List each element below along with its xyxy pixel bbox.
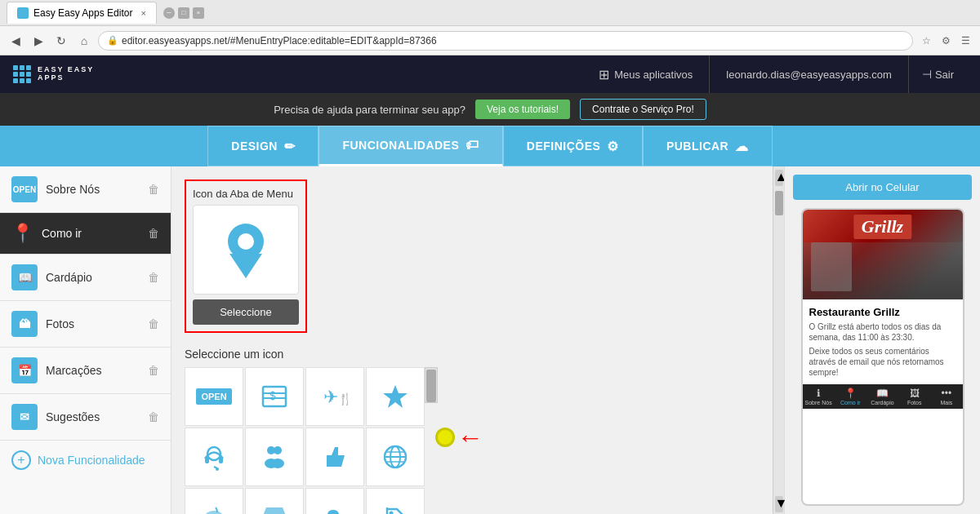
phone-nav-como-ir: 📍 Como ir <box>835 388 866 405</box>
page-scrollbar-thumb <box>775 191 783 215</box>
browser-nav-bar: ◀ ▶ ↻ ⌂ 🔒 editor.easyeasyapps.net/#MenuE… <box>0 26 980 55</box>
phone-nav-fotos: 🖼 Fotos <box>898 388 930 405</box>
icon-cell-people[interactable] <box>245 428 304 486</box>
phone-bottom-nav: ℹ Sobre Nós 📍 Como ir 📖 Cardápio 🖼 Fotos… <box>803 384 963 409</box>
icon-cell-headset[interactable] <box>185 428 243 486</box>
location-pin-icon <box>217 217 274 282</box>
phone-nav-icon-fotos: 🖼 <box>910 388 920 399</box>
fotos-icon: 🏔 <box>11 311 38 337</box>
maximize-btn[interactable]: □ <box>178 7 189 19</box>
logout-btn[interactable]: ⊣ Sair <box>909 55 967 93</box>
sidebar-item-fotos[interactable]: 🏔 Fotos 🗑 <box>0 301 171 348</box>
back-btn[interactable]: ◀ <box>7 32 24 50</box>
logo-grid <box>13 65 31 83</box>
cardapio-label: Cardápio <box>46 271 140 284</box>
settings-icon[interactable]: ⚙ <box>938 33 954 49</box>
sobre-nos-label: Sobre Nós <box>46 183 140 196</box>
forward-btn[interactable]: ▶ <box>29 32 47 50</box>
phone-mockup: Grillz Restaurante Grillz O Grillz está … <box>801 208 964 506</box>
tab-funcionalidades[interactable]: FUNCIONALIDADES 🏷 <box>318 126 502 166</box>
bookmark-icon[interactable]: ☆ <box>918 33 934 49</box>
page-scroll-down[interactable]: ▼ <box>775 496 783 512</box>
svg-marker-2 <box>229 254 262 278</box>
tutorials-btn[interactable]: Veja os tutoriais! <box>475 100 570 119</box>
add-label: Nova Funcionalidade <box>38 454 145 467</box>
icon-cell-globe[interactable] <box>366 428 425 486</box>
icon-grid-section: Seleccione um icon OPEN $ <box>185 348 760 514</box>
sidebar: OPEN Sobre Nós 🗑 📍 Como ir 🗑 📖 Cardápio … <box>0 166 172 514</box>
content-area: Icon da Aba de Menu Seleccione Seleccion… <box>172 166 773 514</box>
banner-text: Precisa de ajuda para terminar seu app? <box>274 104 466 116</box>
my-apps-btn[interactable]: ⊞ Meus aplicativos <box>582 55 710 93</box>
tab-close-btn[interactable]: × <box>140 8 145 18</box>
open-mobile-btn[interactable]: Abrir no Celular <box>793 175 972 200</box>
svg-point-1 <box>238 233 254 250</box>
sidebar-item-cardapio[interactable]: 📖 Cardápio 🗑 <box>0 255 171 301</box>
sugestoes-delete-icon[interactable]: 🗑 <box>148 410 159 423</box>
minimize-btn[interactable]: ─ <box>163 7 175 19</box>
banner: Precisa de ajuda para terminar seu app? … <box>0 93 980 126</box>
cursor-highlight <box>438 430 452 445</box>
tab-design[interactable]: DESIGN ✏ <box>207 126 318 166</box>
tab-publicar[interactable]: PUBLICAR ☁ <box>643 126 773 166</box>
svg-text:🍴: 🍴 <box>338 392 350 406</box>
icon-cell-thumbsup[interactable] <box>305 428 364 486</box>
main-layout: OPEN Sobre Nós 🗑 📍 Como ir 🗑 📖 Cardápio … <box>0 166 980 514</box>
phone-nav-label-sobre-nos: Sobre Nós <box>805 400 832 405</box>
sidebar-item-sobre-nos[interactable]: OPEN Sobre Nós 🗑 <box>0 166 171 213</box>
add-functionality-btn[interactable]: + Nova Funcionalidade <box>0 441 171 480</box>
gear-icon: ⚙ <box>607 139 619 154</box>
svg-point-27 <box>390 512 394 515</box>
icon-cell-plate[interactable] <box>185 488 243 514</box>
sugestoes-label: Sugestões <box>46 410 140 423</box>
sobre-nos-delete-icon[interactable]: 🗑 <box>148 183 159 196</box>
icon-cell-cloud[interactable] <box>305 488 364 514</box>
fotos-label: Fotos <box>46 317 140 330</box>
icon-cell-store[interactable] <box>245 488 304 514</box>
nav-icons: ☆ ⚙ ☰ <box>918 33 973 49</box>
svg-text:$: $ <box>270 389 276 402</box>
select-icon-btn[interactable]: Seleccione <box>193 299 299 325</box>
icon-cell-dollar-list[interactable]: $ <box>245 367 304 426</box>
como-ir-delete-icon[interactable]: 🗑 <box>148 227 159 240</box>
grillz-logo: Grillz <box>853 215 911 239</box>
marcacoes-delete-icon[interactable]: 🗑 <box>148 364 159 377</box>
fotos-delete-icon[interactable]: 🗑 <box>148 317 159 330</box>
phone-nav-label-cardapio: Cardápio <box>871 400 893 405</box>
cardapio-delete-icon[interactable]: 🗑 <box>148 271 159 284</box>
browser-tab[interactable]: Easy Easy Apps Editor × <box>7 2 157 24</box>
home-btn[interactable]: ⌂ <box>75 32 93 50</box>
scrollbar-thumb <box>426 370 436 402</box>
marcacoes-icon: 📅 <box>11 357 38 383</box>
sidebar-item-como-ir[interactable]: 📍 Como ir 🗑 <box>0 213 171 255</box>
como-ir-label: Como ir <box>42 227 140 240</box>
logo-text: EASY EASY APPS <box>38 66 94 82</box>
close-window-btn[interactable]: × <box>193 7 204 19</box>
tab-favicon <box>17 7 29 19</box>
page-scrollbar[interactable]: ▲ ▼ <box>773 166 784 514</box>
header-right: ⊞ Meus aplicativos leonardo.dias@easyeas… <box>582 55 967 93</box>
pro-btn[interactable]: Contrate o Serviço Pro! <box>580 99 706 120</box>
icon-cell-open[interactable]: OPEN <box>185 367 243 426</box>
menu-icon[interactable]: ☰ <box>957 33 973 49</box>
icon-grid-scrollbar[interactable] <box>425 367 438 403</box>
cardapio-icon: 📖 <box>11 264 38 290</box>
icon-cell-star[interactable] <box>366 367 425 426</box>
restaurant-name: Restaurante Grillz <box>809 306 956 318</box>
refresh-btn[interactable]: ↻ <box>52 32 70 50</box>
phone-nav-cardapio: 📖 Cardápio <box>866 388 898 405</box>
phone-nav-icon-mais: ••• <box>942 388 952 399</box>
phone-nav-icon-como-ir: 📍 <box>844 388 857 399</box>
sidebar-item-sugestoes[interactable]: ✉ Sugestões 🗑 <box>0 394 171 441</box>
address-bar[interactable]: 🔒 editor.easyeasyapps.net/#MenuEntryPlac… <box>98 31 913 51</box>
header-email: leonardo.dias@easyeasyapps.com <box>710 55 909 93</box>
tab-def-label: DEFINIÇÕES <box>527 140 601 153</box>
page-scroll-up[interactable]: ▲ <box>775 170 783 186</box>
icon-cell-tag[interactable] <box>366 488 425 514</box>
add-circle-icon: + <box>11 450 31 470</box>
phone-nav-sobre-nos: ℹ Sobre Nós <box>803 388 835 405</box>
icon-cell-plane-fork[interactable]: ✈ 🍴 <box>305 367 364 426</box>
phone-nav-mais: ••• Mais <box>930 388 962 405</box>
sidebar-item-marcacoes[interactable]: 📅 Marcações 🗑 <box>0 348 171 394</box>
tab-definicoes[interactable]: DEFINIÇÕES ⚙ <box>503 126 643 166</box>
